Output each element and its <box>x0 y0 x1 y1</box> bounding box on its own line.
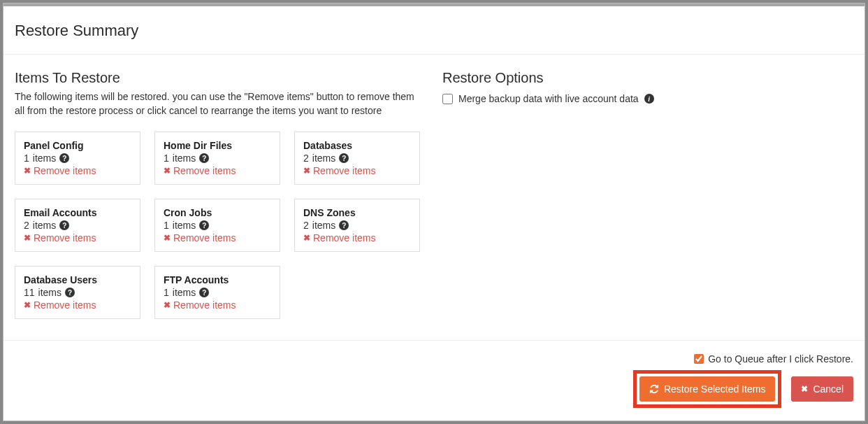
help-icon[interactable]: ? <box>199 288 209 297</box>
items-to-restore-column: Items To Restore The following items wil… <box>15 70 426 329</box>
merge-label: Merge backup data with live account data <box>458 93 639 104</box>
card-title: Database Users <box>24 274 131 285</box>
merge-option-row[interactable]: Merge backup data with live account data… <box>442 93 853 104</box>
card-items-word: items <box>173 287 196 298</box>
footer-buttons: Restore Selected Items ✖ Cancel <box>633 370 853 408</box>
remove-items-button[interactable]: ✖Remove items <box>24 232 96 243</box>
card-count-value: 2 <box>303 153 309 164</box>
card-items-word: items <box>173 153 196 164</box>
card-items-count: 1items? <box>164 220 271 231</box>
card-items-count: 11items? <box>24 287 131 298</box>
merge-checkbox[interactable] <box>442 94 453 104</box>
restore-selected-items-button[interactable]: Restore Selected Items <box>639 376 776 402</box>
card-items-count: 2items? <box>303 153 411 164</box>
remove-items-button[interactable]: ✖Remove items <box>303 232 375 243</box>
restore-item-card: DNS Zones2items?✖Remove items <box>294 199 420 252</box>
help-icon[interactable]: ? <box>339 220 349 230</box>
remove-items-label: Remove items <box>173 165 236 176</box>
title-bar: Restore Summary <box>3 6 865 55</box>
remove-items-button[interactable]: ✖Remove items <box>164 165 236 176</box>
remove-items-button[interactable]: ✖Remove items <box>303 165 375 176</box>
items-grid: Panel Config1items?✖Remove itemsHome Dir… <box>15 132 426 319</box>
close-icon: ✖ <box>801 384 808 394</box>
card-items-word: items <box>33 153 56 164</box>
remove-items-label: Remove items <box>313 232 375 243</box>
card-count-value: 2 <box>303 220 309 231</box>
card-count-value: 2 <box>24 220 29 231</box>
card-title: FTP Accounts <box>164 274 271 285</box>
remove-items-label: Remove items <box>34 165 96 176</box>
restore-item-card: Panel Config1items?✖Remove items <box>15 132 140 185</box>
card-items-count: 1items? <box>164 153 271 164</box>
card-count-value: 1 <box>164 153 169 164</box>
help-icon[interactable]: ? <box>199 153 209 163</box>
info-icon[interactable]: i <box>644 94 654 104</box>
card-items-count: 2items? <box>24 220 131 231</box>
cancel-button-label: Cancel <box>813 383 844 395</box>
close-icon: ✖ <box>24 233 31 243</box>
restore-highlight: Restore Selected Items <box>633 370 782 408</box>
card-count-value: 1 <box>164 220 169 231</box>
close-icon: ✖ <box>24 300 31 310</box>
close-icon: ✖ <box>164 166 171 176</box>
close-icon: ✖ <box>303 166 310 176</box>
card-count-value: 1 <box>164 287 169 298</box>
restore-item-card: Databases2items?✖Remove items <box>294 132 420 185</box>
help-icon[interactable]: ? <box>65 288 75 297</box>
remove-items-label: Remove items <box>34 232 96 243</box>
queue-label: Go to Queue after I click Restore. <box>708 353 853 365</box>
remove-items-label: Remove items <box>313 165 375 176</box>
restore-options-column: Restore Options Merge backup data with l… <box>442 70 853 329</box>
card-title: Databases <box>303 140 411 151</box>
page-title: Restore Summary <box>15 22 853 40</box>
card-title: Home Dir Files <box>164 140 271 151</box>
card-items-count: 2items? <box>303 220 411 231</box>
queue-checkbox[interactable] <box>694 354 704 364</box>
card-items-word: items <box>33 220 56 231</box>
close-icon: ✖ <box>164 300 171 310</box>
footer: Go to Queue after I click Restore. Resto… <box>3 340 865 421</box>
card-items-count: 1items? <box>24 153 131 164</box>
options-heading: Restore Options <box>442 70 853 86</box>
remove-items-button[interactable]: ✖Remove items <box>164 232 236 243</box>
close-icon: ✖ <box>24 166 31 176</box>
restore-item-card: Cron Jobs1items?✖Remove items <box>154 199 280 252</box>
body: Items To Restore The following items wil… <box>3 55 865 340</box>
card-items-word: items <box>38 287 62 298</box>
card-items-word: items <box>312 153 335 164</box>
restore-item-card: Database Users11items?✖Remove items <box>15 266 140 319</box>
card-items-word: items <box>312 220 335 231</box>
remove-items-label: Remove items <box>173 232 236 243</box>
help-icon[interactable]: ? <box>59 220 69 230</box>
help-icon[interactable]: ? <box>339 153 349 163</box>
restore-item-card: Email Accounts2items?✖Remove items <box>15 199 140 252</box>
card-title: DNS Zones <box>303 207 411 218</box>
restore-item-card: Home Dir Files1items?✖Remove items <box>154 132 280 185</box>
card-items-word: items <box>173 220 196 231</box>
close-icon: ✖ <box>303 233 310 243</box>
help-icon[interactable]: ? <box>59 153 69 163</box>
restore-item-card: FTP Accounts1items?✖Remove items <box>154 266 280 319</box>
restore-button-label: Restore Selected Items <box>664 383 766 395</box>
remove-items-button[interactable]: ✖Remove items <box>24 165 96 176</box>
restore-summary-window: Restore Summary Items To Restore The fol… <box>3 3 865 421</box>
items-description: The following items will be restored. yo… <box>15 90 420 118</box>
card-title: Email Accounts <box>24 207 131 218</box>
remove-items-button[interactable]: ✖Remove items <box>24 299 96 311</box>
card-title: Cron Jobs <box>164 207 271 218</box>
remove-items-button[interactable]: ✖Remove items <box>164 299 236 311</box>
card-title: Panel Config <box>24 140 131 151</box>
card-count-value: 1 <box>24 153 29 164</box>
remove-items-label: Remove items <box>173 299 236 311</box>
card-count-value: 11 <box>24 287 35 298</box>
remove-items-label: Remove items <box>34 299 96 311</box>
items-heading: Items To Restore <box>15 70 426 86</box>
cancel-button[interactable]: ✖ Cancel <box>791 376 853 402</box>
close-icon: ✖ <box>164 233 171 243</box>
help-icon[interactable]: ? <box>199 220 209 230</box>
card-items-count: 1items? <box>164 287 271 298</box>
queue-option-row[interactable]: Go to Queue after I click Restore. <box>694 353 853 365</box>
refresh-icon <box>649 384 659 394</box>
